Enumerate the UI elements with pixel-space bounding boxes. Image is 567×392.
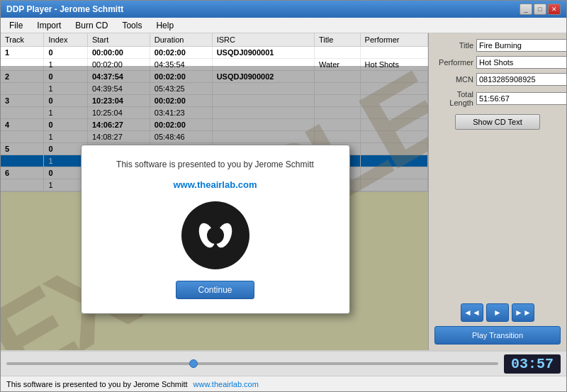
cell-start: 00:00:00	[87, 47, 150, 59]
right-panel: Title Performer MCN Total Length Show CD…	[428, 33, 566, 350]
title-label: Title	[434, 41, 473, 50]
left-panel: EXAMPLE Track Index Start Duration ISRC …	[1, 33, 428, 350]
show-cd-text-button[interactable]: Show CD Text	[455, 114, 540, 130]
window-title: DDP Player - Jerome Schmitt	[6, 4, 123, 14]
col-performer: Performer	[360, 33, 427, 47]
cell-title	[315, 47, 361, 59]
col-start: Start	[87, 33, 150, 47]
cell-index: 0	[44, 47, 87, 59]
status-text: This software is presented to you by Jer…	[6, 380, 188, 388]
play-button[interactable]: ►	[486, 303, 509, 322]
table-header-row: Track Index Start Duration ISRC Title Pe…	[1, 33, 428, 47]
performer-input[interactable]	[476, 56, 566, 69]
progress-thumb[interactable]	[189, 359, 198, 368]
menu-import[interactable]: Import	[31, 19, 67, 32]
modal-overlay: This software is presented to you by Jer…	[1, 66, 428, 350]
title-bar: DDP Player - Jerome Schmitt _ □ ✕	[1, 1, 566, 18]
title-field-row: Title	[434, 39, 561, 52]
total-length-label: Total Length	[434, 90, 473, 107]
time-display: 03:57	[504, 354, 561, 374]
mcn-label: MCN	[434, 75, 473, 84]
fast-forward-button[interactable]: ►►	[512, 303, 534, 322]
col-isrc: ISRC	[212, 33, 314, 47]
total-length-input[interactable]	[476, 92, 566, 105]
close-button[interactable]: ✕	[548, 4, 561, 15]
modal-dialog: This software is presented to you by Jer…	[81, 145, 350, 314]
modal-link[interactable]: www.theairlab.com	[174, 179, 257, 190]
minimize-button[interactable]: _	[520, 4, 532, 15]
col-track: Track	[1, 33, 44, 47]
maximize-button[interactable]: □	[534, 4, 546, 15]
modal-continue-button[interactable]: Continue	[176, 281, 254, 299]
window-controls: _ □ ✕	[520, 4, 561, 15]
main-window: DDP Player - Jerome Schmitt _ □ ✕ File I…	[0, 0, 567, 392]
total-length-field-row: Total Length	[434, 90, 561, 107]
menu-bar: File Import Burn CD Tools Help	[1, 18, 566, 33]
cell-isrc: USQDJ0900001	[212, 47, 314, 59]
cell-duration: 00:02:00	[150, 47, 212, 59]
main-content: EXAMPLE Track Index Start Duration ISRC …	[1, 33, 566, 350]
menu-tools[interactable]: Tools	[116, 19, 147, 32]
rewind-button[interactable]: ◄◄	[461, 303, 483, 322]
menu-burn-cd[interactable]: Burn CD	[69, 19, 113, 32]
col-duration: Duration	[150, 33, 212, 47]
cell-track: 1	[1, 47, 44, 59]
status-bar: This software is presented to you by Jer…	[1, 376, 566, 391]
fast-forward-icon: ►►	[515, 308, 532, 318]
progress-track[interactable]	[6, 362, 498, 365]
menu-help[interactable]: Help	[150, 19, 179, 32]
col-index: Index	[44, 33, 87, 47]
performer-field-row: Performer	[434, 56, 561, 69]
play-transition-button[interactable]: Play Transition	[434, 326, 561, 345]
svg-point-3	[207, 227, 224, 244]
menu-file[interactable]: File	[4, 19, 28, 32]
title-input[interactable]	[476, 39, 566, 52]
transport-controls: ◄◄ ► ►►	[434, 303, 561, 322]
cell-performer	[360, 47, 427, 59]
rewind-icon: ◄◄	[464, 308, 481, 318]
status-link[interactable]: www.theairlab.com	[193, 380, 259, 388]
mcn-field-row: MCN	[434, 73, 561, 86]
play-icon: ►	[493, 308, 502, 318]
modal-text: This software is presented to you by Jer…	[116, 159, 314, 169]
modal-logo	[180, 200, 251, 271]
progress-area: 03:57	[1, 350, 566, 376]
col-title: Title	[315, 33, 361, 47]
table-row[interactable]: 1000:00:0000:02:00USQDJ0900001	[1, 47, 428, 59]
mcn-input[interactable]	[476, 73, 566, 86]
performer-label: Performer	[434, 58, 473, 67]
